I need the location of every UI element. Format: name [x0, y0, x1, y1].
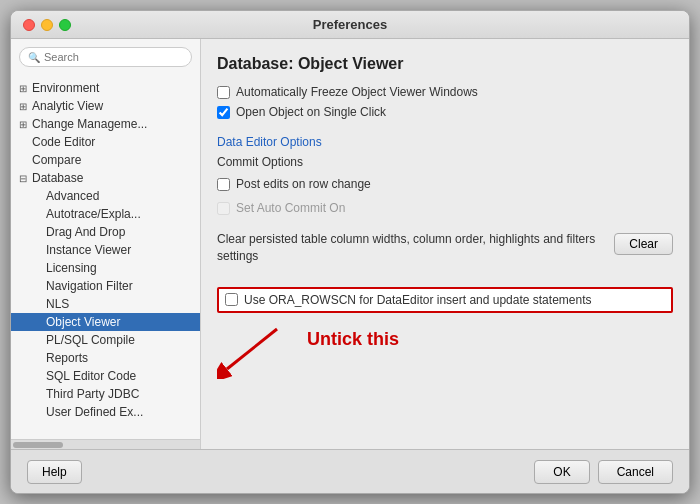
sidebar-tree: ⊞ Environment ⊞ Analytic View ⊞ Change M… — [11, 75, 200, 439]
traffic-lights — [23, 19, 71, 31]
bottom-bar: Help OK Cancel — [11, 449, 689, 493]
action-buttons: OK Cancel — [534, 460, 673, 484]
sidebar-item-plsql-compile[interactable]: ▸ PL/SQL Compile — [11, 331, 200, 349]
expand-icon: ⊞ — [19, 83, 29, 94]
close-button[interactable] — [23, 19, 35, 31]
auto-commit-checkbox-row: Set Auto Commit On — [217, 201, 673, 215]
sidebar-item-nls[interactable]: ▸ NLS — [11, 295, 200, 313]
single-click-checkbox[interactable] — [217, 106, 230, 119]
main-panel: Database: Object Viewer Automatically Fr… — [201, 39, 689, 449]
ora-rowscn-checkbox[interactable] — [225, 293, 238, 306]
expand-icon: ⊞ — [19, 119, 29, 130]
sidebar-item-advanced[interactable]: ▸ Advanced — [11, 187, 200, 205]
title-bar: Preferences — [11, 11, 689, 39]
sidebar-item-third-party-jdbc[interactable]: ▸ Third Party JDBC — [11, 385, 200, 403]
minimize-button[interactable] — [41, 19, 53, 31]
sidebar-item-reports[interactable]: ▸ Reports — [11, 349, 200, 367]
cancel-button[interactable]: Cancel — [598, 460, 673, 484]
sidebar-item-database[interactable]: ⊟ Database — [11, 169, 200, 187]
expand-icon: ▸ — [33, 227, 43, 238]
ora-rowscn-container: Use ORA_ROWSCN for DataEditor insert and… — [217, 287, 673, 313]
expand-icon: ▸ — [33, 245, 43, 256]
sidebar-item-object-viewer[interactable]: ▸ Object Viewer — [11, 313, 200, 331]
ok-button[interactable]: OK — [534, 460, 589, 484]
expand-icon: ▸ — [33, 209, 43, 220]
sidebar-item-compare[interactable]: ▸ Compare — [11, 151, 200, 169]
freeze-label: Automatically Freeze Object Viewer Windo… — [236, 85, 478, 99]
expand-icon: ▸ — [19, 155, 29, 166]
window-title: Preferences — [313, 17, 387, 32]
expand-icon: ▸ — [33, 389, 43, 400]
search-box[interactable]: 🔍 — [19, 47, 192, 67]
annotation-text: Untick this — [307, 329, 399, 350]
freeze-checkbox[interactable] — [217, 86, 230, 99]
data-editor-options-link[interactable]: Data Editor Options — [217, 135, 673, 149]
search-input[interactable] — [44, 51, 183, 63]
sidebar-item-autotrace[interactable]: ▸ Autotrace/Expla... — [11, 205, 200, 223]
expand-icon: ▸ — [33, 335, 43, 346]
expand-icon: ▸ — [19, 137, 29, 148]
sidebar-item-drag-and-drop[interactable]: ▸ Drag And Drop — [11, 223, 200, 241]
commit-options-section: Post edits on row change Set Auto Commit… — [217, 177, 673, 221]
sidebar-item-change-management[interactable]: ⊞ Change Manageme... — [11, 115, 200, 133]
expand-icon: ▸ — [33, 407, 43, 418]
expand-icon: ⊞ — [19, 101, 29, 112]
sidebar-item-sql-editor-code[interactable]: ▸ SQL Editor Code — [11, 367, 200, 385]
single-click-label: Open Object on Single Click — [236, 105, 386, 119]
auto-commit-checkbox[interactable] — [217, 202, 230, 215]
sidebar: 🔍 ⊞ Environment ⊞ Analytic View ⊞ Change… — [11, 39, 201, 449]
help-button[interactable]: Help — [27, 460, 82, 484]
clear-section: Clear persisted table column widths, col… — [217, 231, 673, 265]
expand-icon: ▸ — [33, 281, 43, 292]
sidebar-item-analytic-view[interactable]: ⊞ Analytic View — [11, 97, 200, 115]
sidebar-scrollbar[interactable] — [11, 439, 200, 449]
search-icon: 🔍 — [28, 52, 40, 63]
single-click-checkbox-row: Open Object on Single Click — [217, 105, 673, 119]
expand-icon: ▸ — [33, 371, 43, 382]
sidebar-item-instance-viewer[interactable]: ▸ Instance Viewer — [11, 241, 200, 259]
scrollbar-thumb[interactable] — [13, 442, 63, 448]
expand-icon: ▸ — [33, 263, 43, 274]
panel-title: Database: Object Viewer — [217, 55, 673, 73]
annotation-arrow-container: Untick this — [217, 319, 673, 379]
sidebar-item-environment[interactable]: ⊞ Environment — [11, 79, 200, 97]
auto-commit-label: Set Auto Commit On — [236, 201, 345, 215]
post-edits-label: Post edits on row change — [236, 177, 371, 191]
sidebar-item-code-editor[interactable]: ▸ Code Editor — [11, 133, 200, 151]
expand-icon: ▸ — [33, 191, 43, 202]
ora-rowscn-label: Use ORA_ROWSCN for DataEditor insert and… — [244, 293, 591, 307]
freeze-checkbox-row: Automatically Freeze Object Viewer Windo… — [217, 85, 673, 99]
post-edits-checkbox-row: Post edits on row change — [217, 177, 673, 191]
svg-line-1 — [227, 329, 277, 369]
sidebar-item-licensing[interactable]: ▸ Licensing — [11, 259, 200, 277]
post-edits-checkbox[interactable] — [217, 178, 230, 191]
clear-button[interactable]: Clear — [614, 233, 673, 255]
sidebar-item-user-defined-ex[interactable]: ▸ User Defined Ex... — [11, 403, 200, 421]
maximize-button[interactable] — [59, 19, 71, 31]
commit-options-label: Commit Options — [217, 155, 673, 169]
sidebar-item-navigation-filter[interactable]: ▸ Navigation Filter — [11, 277, 200, 295]
preferences-window: Preferences 🔍 ⊞ Environment ⊞ Analytic V… — [10, 10, 690, 494]
expand-icon: ▸ — [33, 299, 43, 310]
clear-text: Clear persisted table column widths, col… — [217, 231, 604, 265]
expand-icon: ▸ — [33, 317, 43, 328]
expand-icon: ⊟ — [19, 173, 29, 184]
annotation-area: Use ORA_ROWSCN for DataEditor insert and… — [217, 287, 673, 379]
content-area: 🔍 ⊞ Environment ⊞ Analytic View ⊞ Change… — [11, 39, 689, 449]
annotation-arrow — [217, 319, 297, 379]
expand-icon: ▸ — [33, 353, 43, 364]
